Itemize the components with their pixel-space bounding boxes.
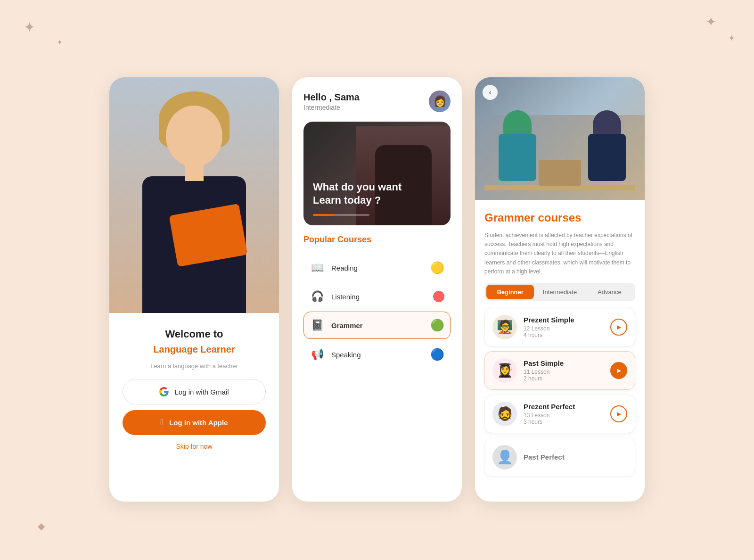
lesson-card-prezent-perfect: 🧔 Prezent Perfect 13 Lesson3 hours ▶ bbox=[484, 395, 635, 433]
course-item-speaking[interactable]: 📢 Speaking 🔵 bbox=[303, 341, 451, 368]
course-name-grammer: Grammer bbox=[331, 321, 424, 329]
course-name-speaking: Speaking bbox=[331, 351, 424, 359]
login-card: Welcome to Language Learner Learn a lang… bbox=[109, 77, 279, 502]
lesson-play-3[interactable]: ▶ bbox=[610, 405, 627, 422]
lesson-avatar-1: 🧑‍🏫 bbox=[492, 315, 517, 339]
dashboard-card: Hello , Sama Intermediate 👩 What do you … bbox=[292, 77, 462, 502]
lesson-avatar-3: 🧔 bbox=[492, 402, 517, 426]
course-item-reading[interactable]: 📖 Reading 🟡 bbox=[303, 254, 451, 281]
lesson-title-3: Prezent Perfect bbox=[524, 403, 604, 411]
lesson-info-3: Prezent Perfect 13 Lesson3 hours bbox=[524, 403, 604, 425]
listening-badge bbox=[433, 291, 444, 302]
lesson-avatar-4: 👤 bbox=[492, 445, 517, 469]
grammar-title: Grammer courses bbox=[484, 211, 635, 224]
login-title: Welcome to bbox=[165, 328, 223, 340]
lesson-play-1[interactable]: ▶ bbox=[610, 319, 627, 336]
lesson-play-2[interactable]: ▶ bbox=[610, 362, 627, 379]
popular-courses-title: Popular Courses bbox=[303, 235, 451, 245]
star-decoration-1: ✦ bbox=[24, 19, 35, 35]
avatar-image: 👩 bbox=[434, 95, 446, 107]
apple-icon:  bbox=[160, 418, 164, 428]
speaking-icon: 📢 bbox=[310, 348, 325, 361]
tab-advance[interactable]: Advance bbox=[586, 285, 633, 299]
star-decoration-2: ✦ bbox=[57, 38, 63, 47]
login-body: Welcome to Language Learner Learn a lang… bbox=[109, 313, 279, 502]
reading-icon: 📖 bbox=[310, 262, 325, 274]
grammar-card: ‹ Grammer courses Student achievement is… bbox=[475, 77, 645, 502]
lesson-list: 🧑‍🏫 Prezent Simple 12 Lesson4 hours ▶ 👩‍… bbox=[484, 308, 635, 477]
star-decoration-5: ◆ bbox=[38, 520, 45, 532]
lesson-meta-3: 13 Lesson3 hours bbox=[524, 412, 604, 425]
login-brand: Language Learner bbox=[153, 344, 235, 355]
course-item-grammer[interactable]: 📓 Grammer 🟢 bbox=[303, 312, 451, 339]
banner-text: What do you want Learn today ? bbox=[313, 181, 402, 207]
greeting-section: Hello , Sama Intermediate bbox=[303, 92, 360, 111]
grammer-badge: 🟢 bbox=[430, 319, 444, 332]
lesson-avatar-2: 👩‍🎓 bbox=[492, 358, 517, 383]
main-container: Welcome to Language Learner Learn a lang… bbox=[109, 58, 645, 502]
grammar-description: Student achievement is affected by teach… bbox=[484, 231, 635, 276]
gmail-button-label: Log in with Gmail bbox=[174, 388, 229, 396]
lesson-info-4: Past Perfect bbox=[524, 453, 627, 461]
star-decoration-3: ✦ bbox=[705, 14, 716, 30]
login-desc: Learn a language with a teacher bbox=[150, 362, 238, 370]
lesson-card-past-simple: 👩‍🎓 Past Simple 11 Lesson2 hours ▶ bbox=[484, 351, 635, 390]
apple-button-label: Log in with Apple bbox=[169, 419, 228, 427]
lesson-card-past-perfect: 👤 Past Perfect bbox=[484, 438, 635, 477]
speaking-badge: 🔵 bbox=[430, 348, 444, 361]
lesson-title-4: Past Perfect bbox=[524, 453, 627, 461]
lesson-meta-2: 11 Lesson2 hours bbox=[524, 369, 604, 382]
login-gmail-button[interactable]: Log in with Gmail bbox=[123, 379, 266, 404]
google-icon bbox=[159, 387, 169, 396]
course-name-listening: Listening bbox=[331, 293, 426, 301]
tab-intermediate[interactable]: Intermediate bbox=[536, 285, 583, 299]
login-hero-image bbox=[109, 77, 279, 313]
learn-banner: What do you want Learn today ? bbox=[303, 122, 451, 225]
grammar-hero-image: ‹ bbox=[475, 77, 645, 200]
lesson-info-1: Prezent Simple 12 Lesson4 hours bbox=[524, 316, 604, 338]
lesson-info-2: Past Simple 11 Lesson2 hours bbox=[524, 359, 604, 382]
grammer-icon: 📓 bbox=[310, 319, 325, 331]
course-list: 📖 Reading 🟡 🎧 Listening 📓 Grammer 🟢 📢 Sp… bbox=[303, 254, 451, 368]
course-item-listening[interactable]: 🎧 Listening bbox=[303, 283, 451, 310]
reading-badge: 🟡 bbox=[430, 261, 444, 274]
lesson-meta-1: 12 Lesson4 hours bbox=[524, 325, 604, 338]
listening-icon: 🎧 bbox=[310, 290, 325, 303]
back-button[interactable]: ‹ bbox=[483, 85, 498, 100]
user-level: Intermediate bbox=[303, 104, 360, 111]
skip-link[interactable]: Skip for now bbox=[176, 443, 212, 450]
course-tabs: Beginner Intermediate Advance bbox=[484, 283, 635, 301]
tab-beginner[interactable]: Beginner bbox=[486, 285, 534, 299]
user-avatar: 👩 bbox=[429, 91, 451, 112]
greeting-text: Hello , Sama bbox=[303, 92, 360, 103]
lesson-card-prezent-simple: 🧑‍🏫 Prezent Simple 12 Lesson4 hours ▶ bbox=[484, 308, 635, 346]
login-apple-button[interactable]:  Log in with Apple bbox=[123, 410, 266, 435]
lesson-title-1: Prezent Simple bbox=[524, 316, 604, 324]
star-decoration-4: ✦ bbox=[728, 33, 735, 43]
dashboard-header: Hello , Sama Intermediate 👩 bbox=[303, 91, 451, 112]
lesson-title-2: Past Simple bbox=[524, 359, 604, 367]
course-name-reading: Reading bbox=[331, 264, 424, 272]
grammar-body: Grammer courses Student achievement is a… bbox=[475, 200, 645, 502]
